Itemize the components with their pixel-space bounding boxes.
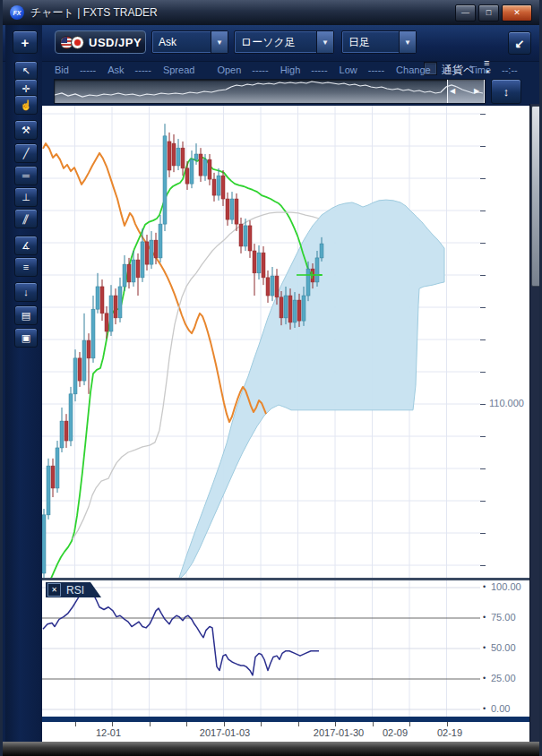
maximize-button[interactable]: □ bbox=[478, 4, 499, 21]
price-tick bbox=[480, 436, 486, 437]
rsi-axis-label: 100.00 bbox=[491, 581, 521, 592]
date-axis-label: 2017-01-03 bbox=[200, 727, 250, 738]
rsi-axis-label: 0.00 bbox=[491, 703, 510, 714]
title-bar: FX チャート | FXTS TRADER — □ ✕ bbox=[3, 0, 539, 25]
quote-label: Time bbox=[469, 64, 491, 75]
notes-tool-button[interactable]: ▤ bbox=[14, 305, 38, 325]
price-tick bbox=[480, 533, 486, 534]
quote-label: Bid bbox=[55, 64, 69, 75]
price-tick bbox=[480, 114, 486, 115]
status-bar bbox=[3, 742, 539, 756]
quote-label: Spread bbox=[163, 64, 194, 75]
date-tick bbox=[447, 722, 448, 726]
rsi-close-button[interactable]: ✕ bbox=[47, 583, 61, 597]
trendline-tool-button[interactable]: ⚒ bbox=[14, 120, 38, 140]
fan-tool-button[interactable]: ∡ bbox=[14, 236, 38, 255]
price-axis: 110.000 bbox=[480, 104, 529, 579]
date-axis-label: 2017-01-30 bbox=[314, 727, 364, 738]
rsi-tick-dot: • bbox=[483, 613, 486, 622]
rsi-axis-label: 25.00 bbox=[491, 673, 516, 683]
parallel-lines-icon: ∥ bbox=[22, 213, 31, 225]
date-axis-label: 02-09 bbox=[383, 727, 408, 738]
toolbar: + USD/JPY Ask ▼ ローソク足 ▼ 日足 ▼ 通貨ペ ≡ ▸ ↙ bbox=[3, 25, 539, 62]
quote-label: Ask bbox=[108, 64, 124, 75]
chart-type-value: ローソク足 bbox=[235, 35, 316, 50]
price-tick bbox=[480, 307, 486, 308]
date-tick bbox=[150, 722, 151, 726]
rsi-tick-dot: • bbox=[483, 674, 486, 683]
navigator-right-arrow-icon[interactable]: ▶ bbox=[474, 87, 479, 95]
quote-label: Change bbox=[396, 64, 431, 75]
minimize-button[interactable]: — bbox=[455, 4, 476, 21]
price-type-value: Ask bbox=[152, 36, 211, 48]
date-axis-label: 02-19 bbox=[437, 727, 462, 738]
chevron-down-icon: ▼ bbox=[399, 31, 416, 53]
quote-value: ----- bbox=[442, 64, 458, 75]
timeframe-dropdown[interactable]: 日足 ▼ bbox=[341, 30, 417, 54]
date-tick bbox=[224, 722, 225, 726]
main-price-chart[interactable] bbox=[42, 104, 480, 580]
quote-value: ----- bbox=[135, 64, 151, 75]
date-tick bbox=[373, 722, 374, 726]
hand-tool-button[interactable]: ☝ bbox=[14, 95, 38, 115]
close-button[interactable]: ✕ bbox=[502, 4, 532, 21]
date-tick bbox=[112, 722, 113, 726]
pair-label: USD/JPY bbox=[89, 36, 142, 49]
add-tool-button[interactable]: + bbox=[13, 30, 38, 54]
price-tick bbox=[480, 178, 486, 179]
rsi-tick-dot: • bbox=[483, 582, 486, 591]
overview-sparkline bbox=[55, 80, 483, 101]
price-tick bbox=[480, 468, 486, 469]
rsi-chart[interactable] bbox=[42, 580, 480, 717]
date-axis-label: 12-01 bbox=[96, 727, 121, 738]
line-tool-button[interactable]: ╱ bbox=[14, 143, 38, 163]
price-type-dropdown[interactable]: Ask ▼ bbox=[151, 30, 228, 54]
date-axis: 12-012017-01-032017-01-3002-0902-19 bbox=[42, 722, 529, 742]
price-tick bbox=[480, 501, 486, 502]
quote-value: ----- bbox=[252, 64, 268, 75]
rsi-axis: •100.00•75.00•50.00•25.00•0.00 bbox=[480, 580, 529, 717]
quote-label: Open bbox=[217, 64, 241, 75]
jp-flag-icon bbox=[71, 36, 84, 49]
price-tick bbox=[480, 275, 486, 276]
price-tick bbox=[480, 565, 486, 566]
snapshot-tool-button[interactable]: ▣ bbox=[14, 328, 38, 348]
parallel-lines-tool-button[interactable]: ∥ bbox=[14, 209, 38, 228]
window-title: チャート | FXTS TRADER bbox=[30, 5, 158, 21]
rsi-tick-dot: • bbox=[483, 704, 486, 713]
quote-value: ----- bbox=[311, 64, 327, 75]
price-tick bbox=[480, 146, 486, 147]
date-tick bbox=[75, 722, 76, 726]
chart-window: FX チャート | FXTS TRADER — □ ✕ + USD/JPY As… bbox=[0, 0, 542, 756]
scale-adjust-button[interactable]: ↕ bbox=[491, 79, 521, 104]
timeframe-value: 日足 bbox=[342, 35, 399, 50]
quote-value: --:-- bbox=[502, 64, 518, 75]
chevron-down-icon: ▼ bbox=[316, 31, 333, 53]
horizontal-line-tool-button[interactable]: ═ bbox=[14, 166, 38, 185]
rsi-axis-label: 75.00 bbox=[491, 612, 516, 623]
vertical-scrollbar[interactable] bbox=[529, 104, 542, 742]
download-tool-button[interactable]: ↓ bbox=[14, 282, 38, 302]
date-tick bbox=[298, 722, 299, 726]
channel-tool-button[interactable]: ≡ bbox=[14, 257, 38, 277]
price-tick bbox=[480, 404, 486, 405]
navigator-left-arrow-icon[interactable]: ◀ bbox=[450, 87, 455, 95]
vertical-line-tool-button[interactable]: ⊥ bbox=[14, 187, 38, 207]
date-tick bbox=[261, 722, 262, 726]
scrollbar-thumb[interactable] bbox=[531, 106, 542, 287]
quote-bar: Bid----- Ask----- Spread Open----- High-… bbox=[42, 61, 526, 79]
chart-type-dropdown[interactable]: ローソク足 ▼ bbox=[234, 30, 334, 54]
quote-label: Low bbox=[340, 64, 357, 75]
price-tick bbox=[480, 372, 486, 373]
price-tick bbox=[480, 243, 486, 244]
chevron-down-icon: ▼ bbox=[211, 31, 228, 53]
dock-chart-button[interactable]: ↙ bbox=[508, 31, 531, 55]
price-tick bbox=[480, 210, 486, 211]
overview-navigator[interactable]: ◀ ▶ bbox=[54, 79, 486, 104]
date-tick bbox=[186, 722, 187, 726]
quote-value: ----- bbox=[368, 64, 384, 75]
pointer-tool-button[interactable]: ↖ bbox=[14, 61, 38, 81]
quote-value: ----- bbox=[80, 64, 96, 75]
price-tick bbox=[480, 339, 486, 340]
pair-selector-button[interactable]: USD/JPY bbox=[55, 30, 146, 54]
